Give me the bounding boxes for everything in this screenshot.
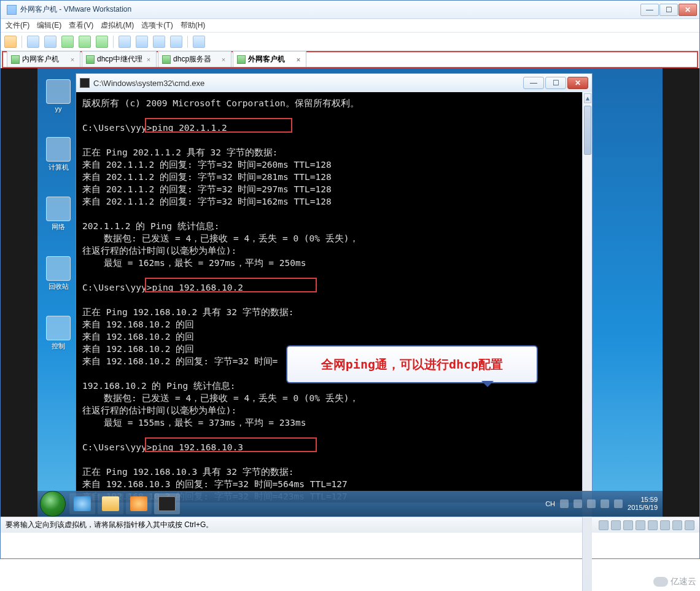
tray-volume-icon[interactable]	[614, 499, 623, 508]
taskbar-cmd[interactable]	[154, 493, 180, 514]
tray-keyboard-icon[interactable]	[574, 499, 582, 508]
annotation-text: 全网ping通，可以进行dhcp配置	[321, 358, 503, 370]
power-on-icon[interactable]	[4, 36, 17, 48]
menu-help[interactable]: 帮助(H)	[181, 20, 206, 31]
desktop-icon-computer[interactable]: 计算机	[41, 137, 76, 172]
cmd-close-button[interactable]: ✕	[567, 77, 588, 89]
cmd-titlebar[interactable]: C:\Windows\system32\cmd.exe — ☐ ✕	[76, 74, 592, 92]
cmd-minimize-button[interactable]: —	[523, 77, 544, 89]
device-sound-icon[interactable]	[660, 520, 670, 530]
cmd-text: 版权所有 (c) 2009 Microsoft Corporation。保留所有…	[82, 98, 364, 501]
vmware-maximize-button[interactable]: ☐	[659, 4, 678, 16]
taskbar-explorer[interactable]	[98, 493, 123, 514]
tab-internal-client[interactable]: 内网客户机 ×	[7, 51, 80, 67]
system-tray[interactable]: CH 15:59 2015/9/19	[540, 496, 663, 512]
desktop-icon-network[interactable]: 网络	[41, 197, 76, 232]
guest-taskbar[interactable]: CH 15:59 2015/9/19	[37, 491, 663, 517]
user-folder-icon	[46, 79, 71, 104]
desktop-icon-label: 计算机	[41, 163, 76, 172]
cmd-title: C:\Windows\system32\cmd.exe	[93, 79, 204, 88]
menu-view[interactable]: 查看(V)	[69, 20, 93, 31]
toolbar-separator	[187, 36, 188, 48]
desktop-icon-label: yy	[41, 105, 76, 112]
vm-icon	[237, 55, 246, 64]
thumbnail-icon[interactable]	[153, 36, 165, 48]
vmware-toolbar	[1, 33, 699, 51]
tab-close-icon[interactable]: ×	[69, 56, 76, 63]
device-display-icon[interactable]	[685, 520, 694, 530]
tab-external-client[interactable]: 外网客户机 ×	[233, 51, 306, 67]
snapshot-manager-icon[interactable]	[96, 36, 108, 48]
library-icon[interactable]	[193, 36, 205, 48]
cmd-maximize-button[interactable]: ☐	[545, 77, 566, 89]
vmware-guest-viewport[interactable]: yy 计算机 网络 回收站 控制	[1, 68, 699, 517]
watermark: 亿速云	[653, 576, 696, 587]
tab-close-icon[interactable]: ×	[145, 56, 152, 63]
computer-icon	[46, 137, 71, 162]
suspend-icon[interactable]	[27, 36, 39, 48]
clock-time: 15:59	[628, 496, 658, 504]
desktop-icon-control-panel[interactable]: 控制	[41, 316, 76, 351]
menu-file[interactable]: 文件(F)	[6, 20, 29, 31]
clock-date: 2015/9/19	[628, 504, 658, 512]
watermark-text: 亿速云	[671, 576, 696, 587]
tab-close-icon[interactable]: ×	[220, 56, 227, 63]
tab-close-icon[interactable]: ×	[295, 56, 302, 63]
network-icon	[46, 197, 71, 221]
device-printer-icon[interactable]	[672, 520, 682, 530]
guest-desktop[interactable]: yy 计算机 网络 回收站 控制	[37, 68, 663, 517]
tray-action-center-icon[interactable]	[587, 499, 596, 508]
vmware-titlebar[interactable]: 外网客户机 - VMware Workstation — ☐ ✕	[1, 1, 699, 19]
taskbar-ie[interactable]	[69, 493, 95, 514]
vmware-device-icons	[599, 520, 694, 530]
start-button[interactable]	[40, 491, 66, 517]
vmware-title: 外网客户机 - VMware Workstation	[20, 4, 131, 15]
tray-network-icon[interactable]	[601, 499, 609, 508]
language-indicator[interactable]: CH	[545, 500, 555, 507]
menu-tabs[interactable]: 选项卡(T)	[141, 20, 173, 31]
restart-icon[interactable]	[44, 36, 56, 48]
desktop-icon-recycle[interactable]: 回收站	[41, 256, 76, 291]
fullscreen-icon[interactable]	[119, 36, 131, 48]
device-floppy-icon[interactable]	[623, 520, 633, 530]
desktop-icon-label: 网络	[41, 222, 76, 232]
desktop-icons: yy 计算机 网络 回收站 控制	[41, 79, 78, 375]
cmd-window[interactable]: C:\Windows\system32\cmd.exe — ☐ ✕ 版权所有 (…	[76, 73, 593, 503]
tab-label: dhcp中继代理	[97, 54, 142, 65]
cmd-task-icon	[158, 496, 176, 511]
desktop-icon-user[interactable]: yy	[41, 79, 76, 112]
tab-dhcp-server[interactable]: dhcp服务器 ×	[158, 51, 231, 67]
tray-flag-icon[interactable]	[560, 499, 569, 508]
device-usb-icon[interactable]	[648, 520, 658, 530]
media-player-icon	[130, 496, 147, 511]
unity-icon[interactable]	[136, 36, 148, 48]
tab-dhcp-relay[interactable]: dhcp中继代理 ×	[82, 51, 157, 67]
cmd-icon	[80, 78, 90, 88]
vm-icon	[11, 55, 20, 64]
vmware-tabs-highlight-box: 内网客户机 × dhcp中继代理 × dhcp服务器 × 外网客户机 ×	[2, 51, 698, 68]
cloud-icon	[653, 577, 668, 587]
control-panel-icon	[46, 316, 71, 340]
menu-edit[interactable]: 编辑(E)	[37, 20, 61, 31]
vmware-app-icon	[7, 5, 17, 15]
scroll-thumb[interactable]	[584, 106, 591, 155]
scroll-up-icon[interactable]: ▲	[584, 93, 591, 103]
tab-label: 内网客户机	[22, 54, 59, 65]
revert-icon[interactable]	[79, 36, 91, 48]
toolbar-separator	[21, 36, 22, 48]
tray-clock[interactable]: 15:59 2015/9/19	[628, 496, 658, 512]
device-hdd-icon[interactable]	[599, 520, 609, 530]
menu-vm[interactable]: 虚拟机(M)	[101, 20, 134, 31]
folder-icon	[102, 496, 119, 511]
vmware-minimize-button[interactable]: —	[640, 4, 659, 16]
vmware-close-button[interactable]: ✕	[679, 4, 697, 16]
toolbar-separator	[113, 36, 114, 48]
snapshot-icon[interactable]	[61, 36, 74, 48]
tab-label: dhcp服务器	[173, 54, 211, 65]
device-nic-icon[interactable]	[636, 520, 645, 530]
taskbar-media-player[interactable]	[126, 493, 152, 514]
multi-monitor-icon[interactable]	[170, 36, 182, 48]
vm-icon	[162, 55, 171, 64]
vmware-window: 外网客户机 - VMware Workstation — ☐ ✕ 文件(F) 编…	[0, 0, 700, 559]
device-cd-icon[interactable]	[611, 520, 621, 530]
